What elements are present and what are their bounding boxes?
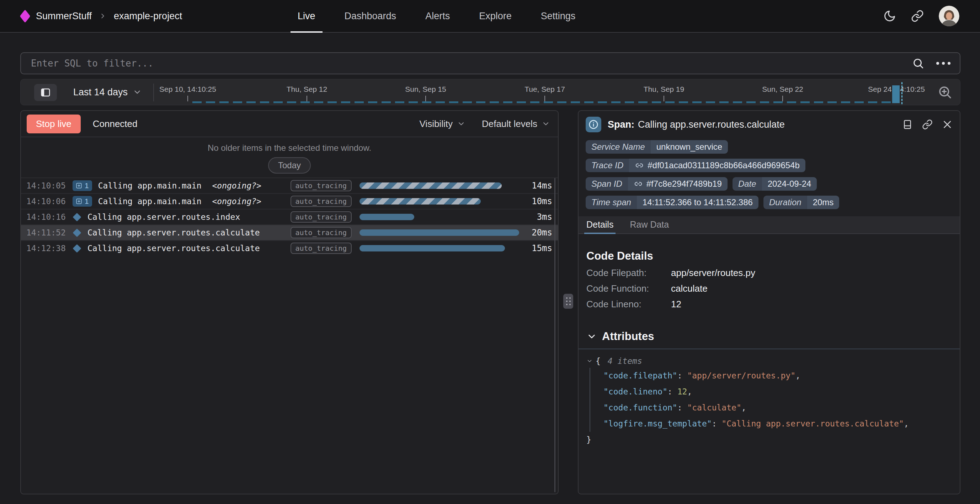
connection-status: Connected [93, 118, 138, 129]
row-message: Calling app.server.routes.calculate [88, 244, 260, 253]
breadcrumb: SummerStuff example-project [0, 11, 182, 22]
row-scope-tag[interactable]: auto_tracing [291, 242, 352, 254]
visibility-dropdown[interactable]: Visibility [419, 118, 465, 129]
share-link-icon[interactable] [911, 10, 924, 22]
nav-tabs: Live Dashboards Alerts Explore Settings [291, 0, 582, 32]
code-details-heading: Code Details [586, 250, 952, 263]
tab-explore[interactable]: Explore [472, 0, 519, 32]
info-icon [585, 116, 601, 132]
span-id-badge: Span ID#f7c8e294f7489b19 [585, 177, 727, 191]
timeline-cursor [901, 82, 902, 104]
row-scope-tag[interactable]: auto_tracing [291, 180, 352, 191]
attributes-heading: Attributes [586, 330, 952, 343]
span-link-icon[interactable] [634, 179, 643, 188]
time-span-badge: Time span14:11:52.366 to 14:11:52.386 [585, 196, 759, 209]
json-open-brace: { [596, 356, 601, 366]
chevron-down-icon [457, 120, 466, 128]
tab-settings[interactable]: Settings [534, 0, 583, 32]
timeline-tick-mark [782, 96, 783, 101]
span-diamond-icon [73, 244, 81, 252]
live-view-panel: Stop live Connected Visibility Default l… [20, 110, 558, 494]
log-row[interactable]: 14:10:16 Calling app.server.routes.index… [21, 209, 558, 225]
time-range-dropdown[interactable]: Last 14 days [73, 79, 142, 105]
json-collapse-icon[interactable] [586, 358, 593, 364]
timeline-tick-mark [425, 96, 426, 101]
trace-id-badge: Trace ID#df01acad0311189c8b66a466d969654… [585, 159, 805, 172]
row-scope-tag[interactable]: auto_tracing [291, 211, 352, 223]
timeline-tick-mark [544, 96, 545, 101]
row-duration-bar [360, 198, 481, 204]
close-icon[interactable] [942, 119, 953, 130]
dock-panel-icon[interactable] [902, 119, 913, 130]
span-meta-badges: Service Nameunknown_service Trace ID#df0… [579, 138, 960, 209]
tab-details[interactable]: Details [586, 220, 613, 233]
log-row[interactable]: 14:10:05 1 Calling app.main.main <ongoin… [21, 177, 558, 193]
sql-filter-bar [20, 52, 961, 74]
row-scope-tag[interactable]: auto_tracing [291, 196, 352, 207]
time-range-bar[interactable]: Last 14 days Sep 10, 14:10:25 Thu, Sep 1… [20, 79, 961, 105]
tab-live[interactable]: Live [291, 0, 323, 32]
default-levels-dropdown[interactable]: Default levels [482, 118, 550, 129]
moon-icon[interactable] [883, 10, 896, 22]
chevron-down-icon [542, 120, 550, 128]
log-row[interactable]: 14:10:06 1 Calling app.main.main <ongoin… [21, 193, 558, 209]
row-scope-tag[interactable]: auto_tracing [291, 227, 352, 238]
timeline-activity-spike [892, 85, 900, 103]
tab-alerts[interactable]: Alerts [418, 0, 457, 32]
timeline-tick-label: Thu, Sep 19 [644, 85, 684, 94]
empty-window-notice: No older items in the selected time wind… [21, 137, 558, 177]
json-entry: "code.lineno": 12, [603, 384, 952, 400]
collapse-chevron-icon[interactable] [586, 331, 597, 342]
log-row[interactable]: 14:12:38 Calling app.server.routes.calcu… [21, 240, 558, 256]
log-row-selected[interactable]: 14:11:52 Calling app.server.routes.calcu… [21, 225, 558, 240]
breadcrumb-project[interactable]: example-project [114, 11, 182, 22]
row-timestamp: 14:10:05 [26, 181, 73, 190]
nav-actions [883, 0, 959, 32]
timeline-tick-label: Sun, Sep 22 [762, 85, 803, 94]
detail-title: Span:Calling app.server.routes.calculate [608, 119, 785, 130]
date-badge: Date2024-09-24 [732, 177, 817, 191]
trace-link-icon[interactable] [635, 161, 644, 170]
search-icon[interactable] [912, 57, 924, 69]
plus-square-icon [76, 182, 82, 189]
timeline-tick-label: Thu, Sep 12 [286, 85, 327, 94]
children-count-badge[interactable]: 1 [73, 196, 92, 207]
duration-badge: Duration20ms [764, 196, 839, 209]
timeline-tick-label: Sun, Sep 15 [405, 85, 446, 94]
tab-dashboards[interactable]: Dashboards [337, 0, 404, 32]
copy-link-icon[interactable] [922, 119, 933, 130]
sidebar-toggle-button[interactable] [34, 84, 57, 101]
attributes-json-viewer: { 4 items "code.filepath": "app/server/r… [586, 356, 952, 448]
sql-filter-input[interactable] [30, 57, 912, 69]
zoom-in-icon[interactable] [937, 85, 952, 100]
stop-live-button[interactable]: Stop live [27, 115, 81, 133]
breadcrumb-org[interactable]: SummerStuff [36, 11, 92, 22]
panel-resize-handle[interactable] [563, 294, 573, 309]
json-entry: "code.filepath": "app/server/routes.py", [603, 368, 952, 384]
top-nav: SummerStuff example-project Live Dashboa… [0, 0, 980, 33]
row-duration-bar [360, 245, 505, 252]
row-duration: 15ms [521, 243, 558, 253]
app: SummerStuff example-project Live Dashboa… [0, 0, 980, 504]
row-duration-bar [360, 182, 502, 189]
logo-diamond-icon[interactable] [20, 9, 30, 22]
timeline-activity-strip [192, 101, 892, 103]
timeline-tick-mark [188, 96, 188, 101]
user-avatar[interactable] [939, 6, 959, 26]
scrollbar[interactable] [554, 178, 555, 492]
tab-raw-data[interactable]: Raw Data [630, 220, 669, 233]
row-duration-bar [360, 214, 414, 220]
live-panel-header: Stop live Connected Visibility Default l… [21, 111, 558, 137]
row-ongoing-tag: <ongoing?> [212, 197, 261, 206]
today-button[interactable]: Today [268, 157, 311, 174]
timeline-tick-mark [663, 96, 664, 101]
more-options-icon[interactable] [936, 62, 950, 65]
row-message: Calling app.main.main [98, 197, 202, 206]
row-duration-track [360, 245, 521, 252]
json-entry: "code.function": "calculate", [603, 400, 952, 416]
row-duration-track [360, 198, 521, 204]
service-name-badge: Service Nameunknown_service [585, 140, 728, 154]
children-count-badge[interactable]: 1 [73, 180, 92, 191]
chevron-right-icon [99, 12, 107, 20]
row-duration-track [360, 182, 521, 189]
